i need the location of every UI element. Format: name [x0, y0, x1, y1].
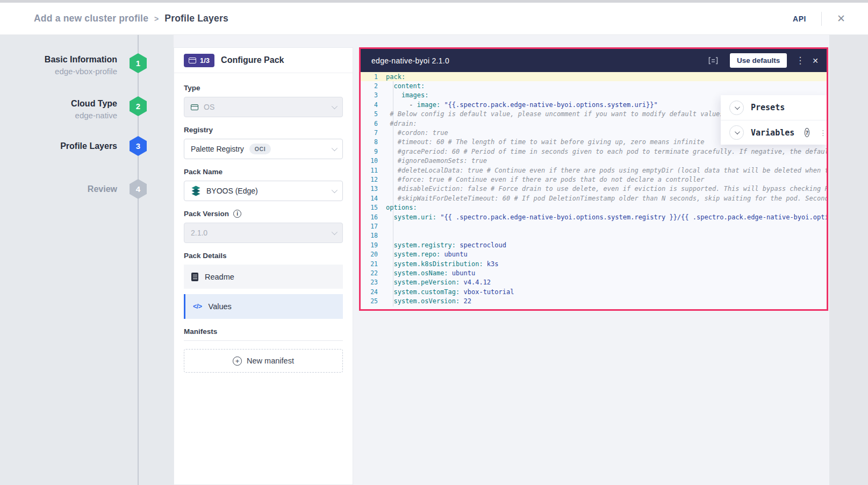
step-profile-layers[interactable]: Profile Layers: [60, 140, 117, 152]
step-label: Profile Layers: [60, 140, 117, 152]
line-number: 20: [361, 251, 386, 258]
line-number: 22: [361, 269, 386, 277]
breadcrumb-parent[interactable]: Add a new cluster profile: [34, 13, 148, 24]
expand-editor-icon[interactable]: [708, 57, 718, 65]
variables-label: Variables: [751, 128, 794, 138]
yaml-code-editor[interactable]: 1pack:2 content:3 images:4 - image: "{{.…: [361, 72, 827, 309]
chevron-down-icon: [332, 103, 338, 109]
code-line[interactable]: 23 system.peVersion: v4.4.12: [361, 278, 827, 287]
step-cloud-type[interactable]: Cloud Type edge-native: [71, 98, 117, 121]
code-line[interactable]: 18: [361, 231, 827, 240]
code-icon: </>: [193, 303, 202, 310]
line-number: 6: [361, 120, 386, 127]
code-line[interactable]: 11 #deleteLocalData: true # Continue eve…: [361, 166, 827, 175]
variables-section-toggle[interactable]: Variables ? ⋮: [721, 120, 827, 145]
pack-details-label: Pack Details: [184, 252, 343, 260]
pack-name-value: BYOOS (Edge): [206, 187, 258, 195]
code-line[interactable]: 25 system.osVersion: 22: [361, 296, 827, 305]
breadcrumb-separator: >: [154, 15, 159, 23]
code-line[interactable]: 19 system.registry: spectrocloud: [361, 240, 827, 249]
code-line[interactable]: 10 #ignoreDaemonSets: true: [361, 156, 827, 166]
code-line[interactable]: 15options:: [361, 203, 827, 212]
api-button[interactable]: API: [793, 15, 806, 23]
manifests-divider: [184, 340, 343, 341]
wizard-stepper-sidebar: Basic Information edge-vbox-profile 1 Cl…: [0, 35, 174, 485]
pack-step-count: 1/3: [200, 56, 210, 65]
code-line[interactable]: 20 system.repo: ubuntu: [361, 249, 827, 259]
help-icon[interactable]: ?: [805, 128, 809, 137]
values-tab[interactable]: </> Values: [184, 294, 343, 319]
line-number: 11: [361, 167, 386, 174]
line-number: 8: [361, 138, 386, 146]
pack-version-value: 2.1.0: [191, 229, 207, 237]
chevron-down-icon: [729, 125, 744, 140]
step-badge-1[interactable]: 1: [130, 53, 147, 73]
line-number: 1: [361, 73, 386, 81]
code-line[interactable]: 14 #skipWaitForDeleteTimeout: 60 # If po…: [361, 194, 827, 203]
variables-menu-icon[interactable]: ⋮: [820, 129, 827, 137]
line-number: 2: [361, 82, 386, 90]
main-content: 1/3 Configure Pack Type OS Registry Pale…: [174, 35, 868, 485]
configure-pack-header: 1/3 Configure Pack: [174, 48, 353, 73]
step-badge-2[interactable]: 2: [130, 96, 147, 116]
new-manifest-button[interactable]: + New manifest: [184, 349, 343, 373]
line-number: 9: [361, 148, 386, 155]
configure-pack-form: Type OS Registry Palette Registry OCI Pa…: [174, 73, 353, 373]
plus-circle-icon: +: [233, 356, 242, 366]
step-review[interactable]: Review: [88, 183, 117, 195]
type-select[interactable]: OS: [184, 97, 343, 117]
oci-badge: OCI: [249, 144, 271, 154]
line-number: 14: [361, 195, 386, 202]
line-number: 19: [361, 241, 386, 249]
os-layer-icon: [191, 104, 198, 110]
pack-version-select[interactable]: 2.1.0: [184, 223, 343, 243]
breadcrumb-current: Profile Layers: [164, 13, 228, 24]
info-icon[interactable]: i: [233, 210, 241, 218]
step-basic-information[interactable]: Basic Information edge-vbox-profile: [45, 54, 117, 77]
line-number: 12: [361, 176, 386, 183]
line-number: 7: [361, 129, 386, 137]
editor-close-icon[interactable]: ✕: [812, 57, 819, 65]
chevron-down-icon: [332, 229, 338, 235]
editor-header: edge-native-byoi 2.1.0 Use defaults ⋮ ✕: [361, 49, 827, 72]
step-sublabel: edge-native: [71, 110, 117, 121]
step-badge-4[interactable]: 4: [130, 179, 147, 199]
configure-pack-title: Configure Pack: [221, 55, 284, 65]
document-icon: [191, 273, 198, 281]
line-number: 16: [361, 213, 386, 221]
byoos-pack-icon: [191, 186, 201, 196]
pack-name-select[interactable]: BYOOS (Edge): [184, 181, 343, 201]
readme-tab[interactable]: Readme: [184, 265, 343, 289]
use-defaults-button[interactable]: Use defaults: [730, 53, 787, 68]
code-line[interactable]: 17: [361, 222, 827, 231]
registry-value: Palette Registry: [191, 145, 244, 153]
code-line[interactable]: 24 system.customTag: vbox-tutorial: [361, 287, 827, 296]
code-line[interactable]: 13 #disableEviction: false # Force drain…: [361, 184, 827, 194]
code-line[interactable]: 21 system.k8sDistribution: k3s: [361, 259, 827, 268]
code-line[interactable]: 22 system.osName: ubuntu: [361, 268, 827, 277]
line-number: 17: [361, 223, 386, 230]
line-number: 15: [361, 204, 386, 211]
code-line[interactable]: 12 #force: true # Continue even if there…: [361, 175, 827, 184]
close-icon[interactable]: ✕: [837, 13, 845, 24]
header-actions: API ✕: [793, 12, 845, 26]
line-number: 21: [361, 260, 386, 268]
code-line[interactable]: 9 #gracePeriod: 60 # Period of time in s…: [361, 147, 827, 156]
step-sublabel: edge-vbox-profile: [45, 66, 117, 77]
editor-menu-icon[interactable]: ⋮: [795, 56, 805, 65]
presets-section-toggle[interactable]: Presets: [721, 95, 827, 120]
line-number: 13: [361, 185, 386, 192]
pack-step-badge: 1/3: [184, 54, 214, 67]
line-number: 18: [361, 232, 386, 239]
line-number: 25: [361, 297, 386, 305]
step-label: Cloud Type: [71, 98, 117, 110]
code-line[interactable]: 16 system.uri: "{{ .spectro.pack.edge-na…: [361, 212, 827, 222]
chevron-down-icon: [332, 145, 338, 151]
step-badge-3[interactable]: 3: [130, 136, 147, 156]
code-line[interactable]: 1pack:: [361, 72, 827, 81]
right-gutter: [829, 35, 868, 485]
registry-select[interactable]: Palette Registry OCI: [184, 139, 343, 159]
step-label: Review: [88, 183, 117, 195]
header-divider: [821, 12, 822, 26]
code-line[interactable]: 2 content:: [361, 81, 827, 90]
